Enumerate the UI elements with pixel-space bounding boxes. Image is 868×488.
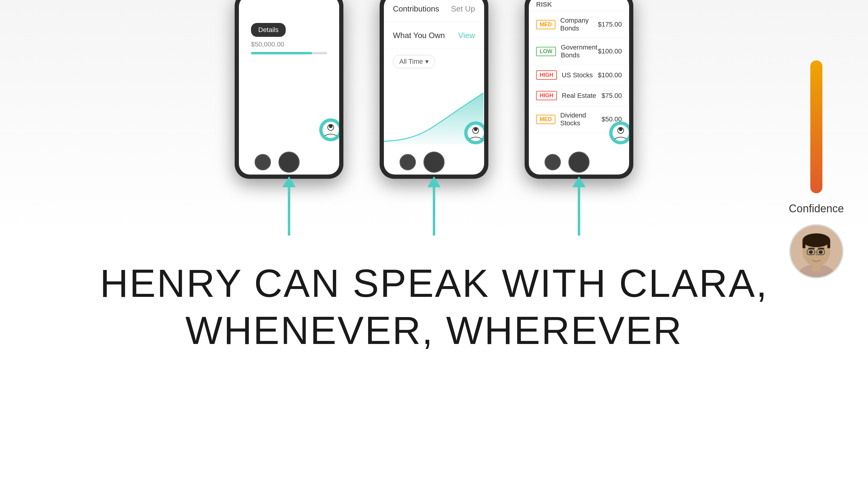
arrow-1-head xyxy=(282,176,296,187)
svg-point-5 xyxy=(474,127,477,131)
phone-2: Contributions Set Up What You Own View A… xyxy=(380,0,488,179)
contributions-label: Contributions xyxy=(393,4,439,13)
asset-amount: $100.00 xyxy=(598,48,622,55)
asset-name: Real Estate xyxy=(562,92,601,100)
phone-2-wrapper: Contributions Set Up What You Own View A… xyxy=(380,0,488,236)
portfolio-row: HIGH Real Estate $75.00 xyxy=(529,86,629,106)
clara-avatar-phone2 xyxy=(464,121,484,144)
phone-1-spacer xyxy=(307,154,323,170)
details-button[interactable]: Details xyxy=(251,23,286,37)
progress-bar xyxy=(251,52,327,54)
contributions-row: Contributions Set Up xyxy=(384,0,484,22)
svg-rect-17 xyxy=(818,248,825,249)
arrow-1 xyxy=(282,176,296,236)
arrow-2-line xyxy=(433,187,435,236)
svg-point-2 xyxy=(329,124,333,128)
phones-section: Details $50,000.00 xyxy=(0,0,868,236)
asset-name: US Stocks xyxy=(562,71,598,79)
risk-column-header: RISK xyxy=(536,1,552,8)
what-you-own-action[interactable]: View xyxy=(458,31,475,40)
filter-row: All Time ▾ xyxy=(393,55,475,68)
arrow-3-line xyxy=(578,187,580,236)
phone-3-wrapper: RISK MED Company Bonds $175.00 LOW Gover… xyxy=(525,0,633,236)
phone-3-bottom-bar xyxy=(529,146,629,175)
risk-badge: HIGH xyxy=(536,70,557,80)
headline-text: HENRY CAN SPEAK WITH CLARA, WHENEVER, WH… xyxy=(100,260,768,354)
svg-point-22 xyxy=(819,250,823,254)
clara-face-icon-3 xyxy=(612,124,629,142)
portfolio-header: RISK xyxy=(529,0,629,11)
risk-badge: MED xyxy=(536,20,555,29)
risk-badge: MED xyxy=(536,115,555,124)
svg-rect-16 xyxy=(808,248,814,249)
contributions-action[interactable]: Set Up xyxy=(451,4,475,13)
user-face-icon xyxy=(790,224,842,278)
clara-face-icon xyxy=(322,121,339,139)
phone-3: RISK MED Company Bonds $175.00 LOW Gover… xyxy=(525,0,633,179)
svg-point-21 xyxy=(809,250,813,254)
clara-avatar-phone3 xyxy=(609,121,629,144)
right-sidebar: Confidence xyxy=(789,60,844,278)
portfolio-rows: MED Company Bonds $175.00 LOW Government… xyxy=(529,11,629,133)
risk-badge: HIGH xyxy=(536,91,557,100)
arrow-1-line xyxy=(288,187,290,236)
amount-label: $50,000.00 xyxy=(251,40,327,48)
confidence-bar xyxy=(810,60,823,193)
risk-badge: LOW xyxy=(536,47,556,56)
clara-avatar-phone1 xyxy=(319,118,339,141)
asset-amount: $175.00 xyxy=(598,21,622,28)
asset-name: Company Bonds xyxy=(560,17,598,32)
phone-1-left-btn xyxy=(255,154,271,170)
portfolio-row: HIGH US Stocks $100.00 xyxy=(529,65,629,86)
asset-amount: $75.00 xyxy=(601,92,622,100)
progress-bar-fill xyxy=(251,52,312,54)
phone-1-wrapper: Details $50,000.00 xyxy=(235,0,343,236)
filter-label: All Time xyxy=(399,58,423,65)
portfolio-row: LOW Government Bonds $100.00 xyxy=(529,38,629,65)
portfolio-row: MED Company Bonds $175.00 xyxy=(529,11,629,38)
phone-1-bottom-bar xyxy=(239,146,339,175)
phone-1: Details $50,000.00 xyxy=(235,0,343,179)
arrow-2-head xyxy=(427,176,441,187)
phone-3-home-btn xyxy=(568,152,590,173)
phone-2-home-btn xyxy=(424,152,444,173)
phone-3-spacer xyxy=(597,154,613,170)
phone-2-bottom-bar xyxy=(384,146,484,175)
what-you-own-label: What You Own xyxy=(393,31,445,40)
svg-rect-15 xyxy=(827,240,830,248)
svg-point-13 xyxy=(803,234,830,247)
asset-amount: $100.00 xyxy=(598,71,622,79)
phone-2-left-btn xyxy=(400,154,416,170)
filter-button[interactable]: All Time ▾ xyxy=(393,55,435,68)
svg-point-8 xyxy=(619,127,622,131)
phone-3-left-btn xyxy=(545,154,561,170)
chevron-down-icon: ▾ xyxy=(425,58,429,65)
phone-1-home-btn xyxy=(278,152,300,173)
what-you-own-row: What You Own View xyxy=(384,22,484,49)
headline-line2: WHENEVER, WHEREVER xyxy=(100,307,768,354)
asset-name: Government Bonds xyxy=(561,43,598,59)
asset-name: Dividend Stocks xyxy=(560,112,601,127)
arrow-2 xyxy=(427,176,441,236)
svg-rect-14 xyxy=(803,240,805,248)
headline-section: HENRY CAN SPEAK WITH CLARA, WHENEVER, WH… xyxy=(0,236,868,354)
arrow-3 xyxy=(572,176,586,236)
user-avatar xyxy=(789,224,843,278)
confidence-label: Confidence xyxy=(789,202,844,215)
clara-face-icon-2 xyxy=(467,124,484,142)
arrow-3-head xyxy=(572,176,586,187)
phone-2-spacer xyxy=(452,154,468,170)
headline-line1: HENRY CAN SPEAK WITH CLARA, xyxy=(100,260,768,307)
